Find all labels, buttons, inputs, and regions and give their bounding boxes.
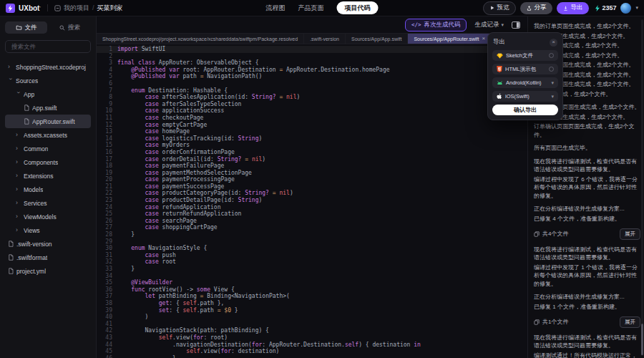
share-button[interactable]: 分享 [520,2,552,14]
sidebar-tab-搜索[interactable]: 搜索 [49,21,91,34]
export-menu-title: 导出 [493,38,505,47]
chevron-right-icon: › [16,159,21,165]
share-label: 分享 [534,4,546,12]
breadcrumb-separator: / [92,4,94,11]
export-option-label: HTML演示包 [505,66,536,73]
editor-tab[interactable]: Sources/App/AppRouter.swift× [408,34,492,44]
export-option-HTML演示包[interactable]: HTML演示包 [492,64,558,74]
tree-item-ShoppingStreet.xcodeproj[interactable]: ›ShoppingStreet.xcodeproj [5,60,91,74]
line-number: 7 [97,87,117,95]
line-number: 5 [97,73,117,80]
line-number: 39 [97,307,117,314]
code-line-content: } [117,355,527,358]
topbar-actions: 预览 分享 导出 2357 ▾ [483,1,638,15]
export-option-iOS(Swift)[interactable]: iOS(Swift)▾ [492,91,558,102]
line-number: 29 [97,238,117,246]
confirm-export-button[interactable]: 确认导出 [492,105,558,115]
regenerate-code-button[interactable]: </> 再次生成代码 [405,19,467,32]
tree-item-Components[interactable]: ›Components [5,155,91,169]
sidebar-tabs: 文件搜索 [5,21,91,34]
close-icon[interactable]: × [550,39,557,47]
line-number: 16 [97,149,117,156]
line-number: 27 [97,224,117,231]
code-line: 7 enum Destination: Hashable { [97,87,527,95]
tree-item-project.yml[interactable]: project.yml [5,264,91,278]
tree-item-Views[interactable]: ›Views [5,223,91,237]
history-label: 生成记录 [474,21,499,29]
files-icon [534,231,540,237]
html-icon [497,66,502,72]
tree-item-AppRouter.swift[interactable]: AppRouter.swift [5,115,91,128]
generation-history-dropdown[interactable]: 生成记录 ▾ [474,21,504,29]
tree-item-Services[interactable]: ›Services [5,196,91,210]
tree-item-App.swift[interactable]: App.swift [5,101,91,115]
expand-button[interactable]: 展开 [620,316,640,328]
code-line-content: case paymentProcessingPage [117,176,527,183]
line-number: 33 [97,266,117,273]
code-line: 37 let pathBinding = Binding<NavigationP… [97,293,527,300]
editor-tab[interactable]: ShoppingStreet.xcodeproj/project.xcworks… [97,34,304,44]
file-search-input[interactable] [10,42,86,51]
tree-item-label: Common [24,145,48,153]
credits-counter[interactable]: 2357 [595,4,616,11]
code-line-content: self.view(for: root) [117,334,527,342]
preview-button[interactable]: 预览 [483,1,516,15]
code-line: 8 case afterSalesApplication(id: String?… [97,94,527,101]
assistant-message: 现在我将进行编译测试，检查代码是否有语法错误或类型问题需要修复。 [534,334,640,350]
export-button[interactable]: 导出 [557,2,589,14]
editor-tab[interactable]: .swift-version [304,34,346,44]
code-area[interactable]: 1import SwiftUI23final class AppRouter: … [97,44,527,358]
tree-item-Extensions[interactable]: ›Extensions [5,169,91,183]
code-line-content: enum Destination: Hashable { [117,87,527,95]
code-line: 6 [97,80,527,87]
code-line: 33 } [97,266,527,273]
assistant-message: 订单确认页面页面生成完成，生成2个文件。 [534,122,640,139]
close-tab-icon[interactable]: × [482,36,486,42]
editor-tab[interactable]: Sources/App/App.swift [346,34,408,44]
line-number: 12 [97,122,117,129]
code-line-content: .navigationDestination(for: AppRouter.De… [117,342,527,349]
files-summary-label: 共1个文件 [542,318,568,326]
panel-scrollbar-track[interactable] [641,19,643,356]
export-option-label: Sketch文件 [506,52,533,59]
chevron-down-icon[interactable]: ▾ [551,94,554,100]
code-line-content: @ViewBuilder [117,279,527,286]
toggle-panel-icon[interactable] [512,21,520,29]
tree-item-Sources[interactable]: ›Sources [5,74,91,87]
nav-tab-产品页面[interactable]: 产品页面 [298,4,324,13]
editor-tab-bar: ShoppingStreet.xcodeproj/project.xcworks… [97,33,527,44]
chevron-down-icon[interactable]: ▾ [635,5,638,11]
tree-item-.swiftformat[interactable]: .swiftformat [5,251,91,264]
line-number: 21 [97,183,117,190]
export-option-Android(Kotlin)[interactable]: Android(Kotlin)▾ [492,77,558,88]
line-number: 19 [97,170,117,177]
line-number: 23 [97,197,117,204]
nav-tab-项目代码[interactable]: 项目代码 [337,1,379,14]
tree-item-.swift-version[interactable]: .swift-version [5,237,91,251]
code-line-content: case orderConfirmationPage [117,149,527,156]
tree-item-label: Views [24,227,40,234]
tree-item-ViewModels[interactable]: ›ViewModels [5,210,91,223]
tree-item-Models[interactable]: ›Models [5,183,91,196]
code-line-content: case shoppingCartPage [117,224,527,231]
tree-item-App[interactable]: ›App [5,87,91,101]
code-editor: </> 再次生成代码 生成记录 ▾ ShoppingStreet.xcodepr… [97,16,527,358]
tree-item-Common[interactable]: ›Common [5,142,91,155]
tree-item-label: project.yml [16,268,46,275]
radio-icon[interactable] [549,67,554,72]
code-line-content: case refundApplication [117,204,527,211]
assistant-message: 编译测试通过！所有代码模块运行正常，应用已成功构建。 [534,352,640,358]
panel-scrollbar-thumb[interactable] [641,324,643,355]
code-line-content: set: { self.path = $0 } [117,307,527,314]
export-option-Sketch文件[interactable]: Sketch文件 [492,50,558,61]
breadcrumb-project[interactable]: 我的项目 [64,4,89,13]
code-line-content: @Published var root: AppRouter.Destinati… [117,67,527,74]
code-line-content: } [117,266,527,273]
user-avatar[interactable] [620,3,631,14]
radio-icon[interactable] [549,53,554,58]
expand-button[interactable]: 展开 [620,228,640,240]
sidebar-tab-文件[interactable]: 文件 [5,21,47,34]
chevron-down-icon[interactable]: ▾ [551,80,554,86]
nav-tab-流程图[interactable]: 流程图 [266,4,286,13]
tree-item-Assets.xcassets[interactable]: ›Assets.xcassets [5,128,91,142]
